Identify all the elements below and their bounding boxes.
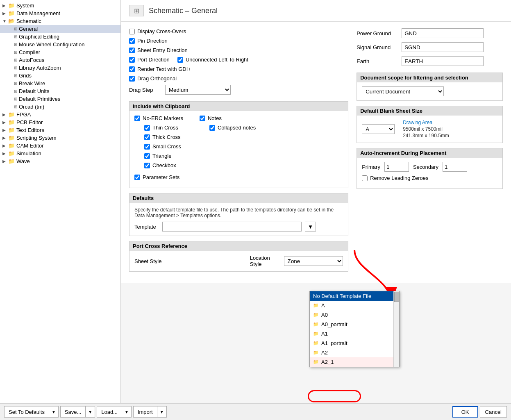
import-button[interactable]: Import — [133, 406, 157, 418]
sidebar-label-mouse: Mouse Wheel Configuration — [19, 41, 84, 48]
auto-increment-header: Auto-Increment During Placement — [357, 148, 502, 158]
sidebar-item-data-management[interactable]: ▶ 📁 Data Management — [0, 9, 120, 17]
sidebar-label-general: General — [19, 26, 38, 32]
dropdown-item-a1[interactable]: 📁 A1 — [310, 329, 399, 338]
load-arrow[interactable]: ▼ — [122, 406, 132, 418]
clipboard-header: Include with Clipboard — [129, 102, 348, 111]
secondary-input[interactable] — [443, 162, 467, 172]
folder-icon-a2-1: 📁 — [313, 359, 319, 365]
cb-pin-direction[interactable] — [129, 38, 135, 44]
dropdown-item-a[interactable]: 📁 A — [310, 301, 399, 310]
cancel-button[interactable]: Cancel — [480, 406, 507, 418]
sidebar-label-cam: CAM Editor — [16, 143, 43, 149]
sidebar-item-pcb[interactable]: ▶ 📁 PCB Editor — [0, 118, 120, 126]
sidebar-item-break-wire[interactable]: ⊞ Break Wire — [0, 79, 120, 87]
dropdown-item-label-a0portrait: A0_portrait — [321, 321, 347, 327]
sidebar-item-autofocus[interactable]: ⊞ AutoFocus — [0, 56, 120, 64]
sidebar-item-fpga[interactable]: ▶ 📁 FPGA — [0, 111, 120, 118]
cb-collapsed-notes[interactable] — [209, 125, 215, 131]
page-icon-general: ⊞ — [14, 27, 17, 31]
location-style-select[interactable]: Zone — [284, 256, 343, 266]
defaults-section: Defaults Specify the default template fi… — [129, 193, 348, 236]
set-defaults-button[interactable]: Set To Defaults — [4, 406, 49, 418]
sidebar-item-schematic[interactable]: ▼ 📂 Schematic — [0, 17, 120, 25]
cb-label-display-crossovers: Display Cross-Overs — [137, 28, 186, 34]
cb-triangle[interactable] — [144, 153, 150, 159]
cb-render-text[interactable] — [129, 66, 135, 72]
ok-button[interactable]: OK — [452, 406, 478, 418]
dropdown-item-a0portrait[interactable]: 📁 A0_portrait — [310, 320, 399, 329]
cb-no-erc[interactable] — [134, 116, 140, 121]
sidebar-label-pcb: PCB Editor — [16, 119, 43, 125]
sidebar-item-wave[interactable]: ▶ 📁 Wave — [0, 157, 120, 165]
cb-label-small-cross: Small Cross — [152, 143, 181, 150]
sidebar-item-text-editors[interactable]: ▶ 📁 Text Editors — [0, 126, 120, 134]
page-icon-laz: ⊞ — [14, 66, 17, 70]
load-button[interactable]: Load... — [97, 406, 122, 418]
dropdown-item-a1portrait[interactable]: 📁 A1_portrait — [310, 338, 399, 348]
drag-step-select[interactable]: Medium — [165, 85, 231, 95]
signal-ground-input[interactable] — [402, 42, 484, 52]
page-icon-grids: ⊞ — [14, 73, 17, 78]
sidebar-item-cam[interactable]: ▶ 📁 CAM Editor — [0, 142, 120, 150]
dropdown-item-label-a1: A1 — [321, 331, 328, 337]
sidebar-item-default-units[interactable]: ⊞ Default Units — [0, 87, 120, 95]
doc-scope-select[interactable]: Current Document — [362, 86, 444, 96]
cb-display-crossovers[interactable] — [129, 29, 135, 34]
dropdown-item-a2-1[interactable]: 📁 A2_1 — [310, 357, 399, 367]
earth-label: Earth — [357, 58, 397, 64]
template-input[interactable] — [162, 222, 302, 232]
cb-small-cross[interactable] — [144, 144, 150, 150]
power-ground-input[interactable] — [402, 28, 484, 38]
cb-row-drag-ortho: Drag Orthogonal — [129, 75, 348, 82]
drag-step-label: Drag Step — [129, 87, 162, 93]
sidebar-item-compiler[interactable]: ⊞ Compiler — [0, 48, 120, 56]
cb-thin-cross[interactable] — [144, 125, 150, 131]
primary-input[interactable] — [384, 162, 409, 172]
dropdown-item-label-a1portrait: A1_portrait — [321, 340, 347, 346]
set-defaults-split: Set To Defaults ▼ — [4, 406, 59, 418]
cb-sheet-entry[interactable] — [129, 48, 135, 53]
sidebar-item-mouse-wheel[interactable]: ⊞ Mouse Wheel Configuration — [0, 41, 120, 48]
sidebar-item-general[interactable]: ⊞ General — [0, 25, 120, 33]
dropdown-item-no-default[interactable]: No Default Template File — [310, 291, 399, 301]
sheet-size-select[interactable]: A — [362, 124, 395, 134]
left-column: Display Cross-Overs Pin Direction Sheet … — [129, 28, 348, 277]
sidebar-item-graphical[interactable]: ⊞ Graphical Editing — [0, 33, 120, 41]
cb-port-direction[interactable] — [129, 57, 135, 63]
sidebar-item-library-autozoom[interactable]: ⊞ Library AutoZoom — [0, 64, 120, 72]
dropdown-item-a0[interactable]: 📁 A0 — [310, 310, 399, 320]
cb-drag-ortho[interactable] — [129, 76, 135, 82]
sidebar-item-scripting[interactable]: ▶ 📁 Scripting System — [0, 134, 120, 142]
cb-notes[interactable] — [200, 116, 205, 121]
sidebar-item-orcad[interactable]: ⊞ Orcad (tm) — [0, 103, 120, 111]
doc-scope-section: Document scope for filtering and selecti… — [357, 73, 503, 101]
sidebar-label-laz: Library AutoZoom — [19, 65, 61, 71]
sidebar-label-graphical: Graphical Editing — [19, 34, 59, 40]
sidebar-label-bw: Break Wire — [19, 80, 45, 86]
sidebar-item-simulation[interactable]: ▶ 📁 Simulation — [0, 150, 120, 157]
right-column: Power Ground Signal Ground Earth — [357, 28, 503, 277]
cb-parameter-sets[interactable] — [134, 175, 140, 180]
import-arrow[interactable]: ▼ — [157, 406, 167, 418]
save-arrow[interactable]: ▼ — [85, 406, 95, 418]
expand-arrow-pcb: ▶ — [2, 120, 8, 125]
dropdown-item-label-a2-1: A2_1 — [321, 359, 334, 365]
sidebar-label-sim: Simulation — [16, 150, 41, 157]
dropdown-item-a2[interactable]: 📁 A2 — [310, 348, 399, 357]
template-dropdown-btn[interactable]: ▼ — [305, 222, 316, 232]
save-button[interactable]: Save... — [60, 406, 85, 418]
auto-increment-body: Primary Secondary Remove Leading Zeroes — [357, 158, 502, 188]
cb-checkbox-item[interactable] — [144, 163, 150, 168]
earth-row: Earth — [357, 56, 503, 66]
sidebar: ▶ 📁 System ▶ 📁 Data Management ▼ 📂 Schem… — [0, 0, 121, 403]
cb-label-pin-direction: Pin Direction — [137, 38, 168, 44]
sidebar-item-grids[interactable]: ⊞ Grids — [0, 72, 120, 79]
earth-input[interactable] — [402, 56, 484, 66]
cb-remove-leading[interactable] — [362, 175, 368, 181]
cb-unconnected[interactable] — [177, 57, 183, 63]
sidebar-item-default-primitives[interactable]: ⊞ Default Primitives — [0, 95, 120, 103]
cb-thick-cross[interactable] — [144, 134, 150, 140]
set-defaults-arrow[interactable]: ▼ — [49, 406, 59, 418]
sidebar-item-system[interactable]: ▶ 📁 System — [0, 2, 120, 9]
